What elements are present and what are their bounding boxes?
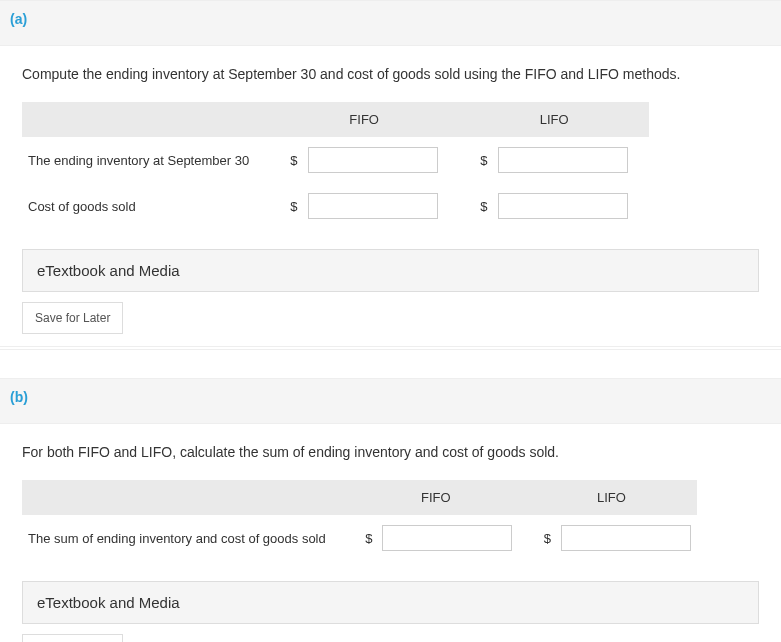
col-blank: [22, 102, 269, 137]
sum-lifo-input[interactable]: [561, 525, 691, 551]
col-fifo-header: FIFO: [269, 102, 459, 137]
col-blank: [22, 480, 346, 515]
dollar-sign: $: [459, 137, 491, 183]
save-for-later-button[interactable]: Save for Later: [22, 302, 123, 334]
dollar-sign: $: [346, 515, 377, 561]
dollar-sign: $: [526, 515, 555, 561]
dollar-sign: $: [269, 183, 301, 229]
row-sum: The sum of ending inventory and cost of …: [22, 515, 697, 561]
etextbook-button[interactable]: eTextbook and Media: [22, 581, 759, 624]
part-b-label: (b): [10, 389, 28, 405]
part-b-instruction: For both FIFO and LIFO, calculate the su…: [22, 444, 759, 460]
cogs-lifo-input[interactable]: [498, 193, 628, 219]
cogs-label: Cost of goods sold: [22, 183, 269, 229]
part-a-body: Compute the ending inventory at Septembe…: [0, 46, 781, 346]
part-b-table: FIFO LIFO The sum of ending inventory an…: [22, 480, 697, 561]
row-cogs: Cost of goods sold $ $: [22, 183, 649, 229]
sum-fifo-input[interactable]: [382, 525, 512, 551]
save-for-later-button[interactable]: Save for Later: [22, 634, 123, 642]
ending-inventory-fifo-input[interactable]: [308, 147, 438, 173]
cogs-fifo-input[interactable]: [308, 193, 438, 219]
dollar-sign: $: [459, 183, 491, 229]
part-a-table: FIFO LIFO The ending inventory at Septem…: [22, 102, 649, 229]
col-fifo-header: FIFO: [346, 480, 526, 515]
etextbook-button[interactable]: eTextbook and Media: [22, 249, 759, 292]
part-a-label: (a): [10, 11, 27, 27]
dollar-sign: $: [269, 137, 301, 183]
row-ending-inventory: The ending inventory at September 30 $ $: [22, 137, 649, 183]
ending-inventory-lifo-input[interactable]: [498, 147, 628, 173]
col-lifo-header: LIFO: [526, 480, 697, 515]
part-b-header: (b): [0, 378, 781, 424]
part-a-header: (a): [0, 0, 781, 46]
part-b-body: For both FIFO and LIFO, calculate the su…: [0, 424, 781, 642]
part-a-instruction: Compute the ending inventory at Septembe…: [22, 66, 759, 82]
sum-label: The sum of ending inventory and cost of …: [22, 515, 346, 561]
gap: [0, 350, 781, 378]
ending-inventory-label: The ending inventory at September 30: [22, 137, 269, 183]
col-lifo-header: LIFO: [459, 102, 649, 137]
